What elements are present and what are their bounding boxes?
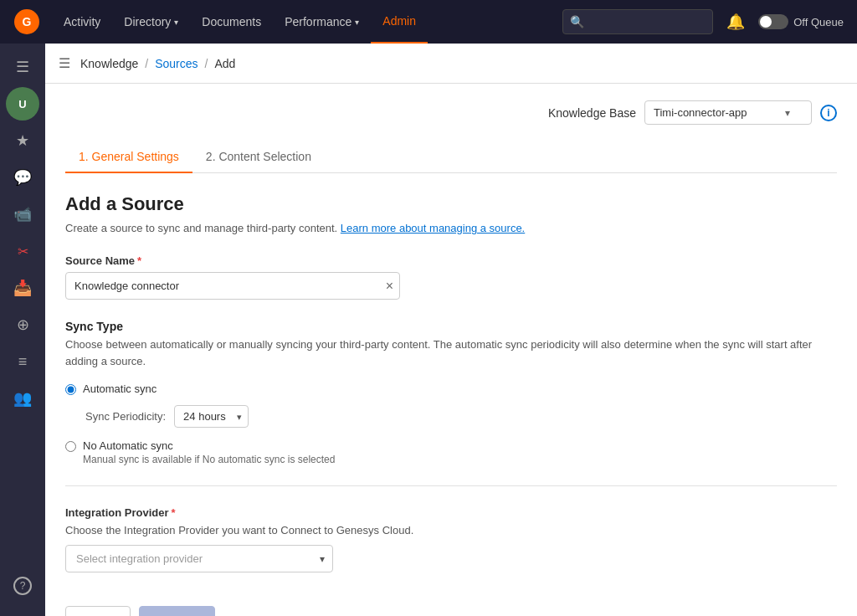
source-name-input-wrapper: × <box>65 272 400 300</box>
knowledge-base-row: Knowledge Base Timi-connector-app ▾ i <box>65 100 837 125</box>
learn-more-link[interactable]: Learn more about managing a source. <box>341 222 525 234</box>
scissors-icon: ✂ <box>18 244 28 259</box>
main-layout: ☰ U ★ 💬 📹 ✂ 📥 ⊕ ≡ 👥 ? <box>0 44 857 616</box>
sidebar-item-favorites[interactable]: ★ <box>6 124 39 157</box>
video-icon: 📹 <box>13 205 32 223</box>
headset-icon: ⊕ <box>17 316 29 334</box>
section-divider <box>65 485 837 486</box>
continue-button[interactable]: Continue <box>139 606 214 616</box>
no-automatic-sync-label: No Automatic sync <box>83 439 335 452</box>
periodicity-label: Sync Periodicity: <box>85 410 166 423</box>
top-navigation: G Activity Directory ▾ Documents Perform… <box>0 0 857 44</box>
sync-type-group: Sync Type Choose between automatically o… <box>65 320 837 465</box>
sidebar-item-menu[interactable]: ☰ <box>6 50 39 84</box>
sidebar-item-chat[interactable]: 💬 <box>6 161 39 194</box>
breadcrumb-sep-1: / <box>145 57 148 70</box>
star-icon: ★ <box>16 131 29 150</box>
sync-type-description: Choose between automatically or manually… <box>65 336 837 369</box>
toggle-switch[interactable] <box>758 14 788 29</box>
content-area: ☰ Knowledge / Sources / Add Knowledge Ba… <box>45 44 857 616</box>
help-icon: ? <box>13 577 32 595</box>
knowledge-base-select[interactable]: Timi-connector-app <box>644 100 812 125</box>
knowledge-base-info-icon[interactable]: i <box>820 105 837 121</box>
sidebar-item-list[interactable]: ≡ <box>6 345 39 378</box>
sidebar-item-avatar[interactable]: U <box>6 87 39 121</box>
global-search-box[interactable]: 🔍 <box>562 9 713 34</box>
sidebar-item-help[interactable]: ? <box>6 569 39 603</box>
automatic-sync-option: Automatic sync <box>65 382 837 395</box>
breadcrumb-menu-icon[interactable]: ☰ <box>59 55 70 71</box>
sync-type-label: Sync Type <box>65 320 837 333</box>
page-content: Knowledge Base Timi-connector-app ▾ i 1.… <box>45 84 857 616</box>
knowledge-base-label: Knowledge Base <box>548 106 636 120</box>
knowledge-base-select-wrapper: Timi-connector-app ▾ <box>644 100 812 125</box>
integration-provider-group: Integration Provider * Choose the Integr… <box>65 506 837 572</box>
source-name-clear-button[interactable]: × <box>386 280 393 293</box>
sidebar-item-people[interactable]: 👥 <box>6 382 39 415</box>
required-star-integration: * <box>172 506 176 519</box>
source-name-group: Source Name * × <box>65 254 837 300</box>
search-icon: 🔍 <box>570 15 584 28</box>
search-input[interactable] <box>589 16 706 28</box>
no-automatic-sync-option: No Automatic sync Manual sync is availab… <box>65 439 837 465</box>
source-name-label: Source Name * <box>65 254 837 267</box>
sidebar-item-support[interactable]: ⊕ <box>6 308 39 341</box>
off-queue-label: Off Queue <box>793 16 844 28</box>
hamburger-icon: ☰ <box>16 58 29 76</box>
automatic-sync-radio-label: Automatic sync <box>83 382 157 395</box>
performance-caret-icon: ▾ <box>355 18 359 27</box>
integration-provider-select-wrapper: Select integration provider ▾ <box>65 545 333 572</box>
breadcrumb-bar: ☰ Knowledge / Sources / Add <box>45 44 857 84</box>
app-logo[interactable]: G <box>13 8 40 35</box>
avatar-initials: U <box>18 98 26 110</box>
periodicity-row: Sync Periodicity: 24 hours 12 hours 6 ho… <box>85 405 837 428</box>
breadcrumb-add: Add <box>214 57 235 70</box>
breadcrumb-sep-2: / <box>205 57 208 70</box>
sidebar-item-inbox[interactable]: 📥 <box>6 271 39 305</box>
nav-activity[interactable]: Activity <box>52 0 112 44</box>
no-automatic-sync-sublabel: Manual sync is available if No automatic… <box>83 454 335 465</box>
tabs-container: 1. General Settings 2. Content Selection <box>65 141 837 173</box>
page-subtitle: Create a source to sync and manage third… <box>65 222 837 234</box>
directory-caret-icon: ▾ <box>174 18 178 27</box>
sidebar-item-tools[interactable]: ✂ <box>6 234 39 268</box>
integration-provider-select[interactable]: Select integration provider <box>65 545 333 572</box>
chat-icon: 💬 <box>13 168 32 187</box>
sidebar-item-video[interactable]: 📹 <box>6 198 39 231</box>
cancel-button[interactable]: Cancel <box>65 606 131 616</box>
periodicity-select[interactable]: 24 hours 12 hours 6 hours 1 hour <box>174 405 249 428</box>
tab-content-selection[interactable]: 2. Content Selection <box>192 141 325 173</box>
integration-provider-description: Choose the Integration Provider you want… <box>65 524 837 536</box>
notifications-icon[interactable]: 🔔 <box>723 9 748 34</box>
automatic-sync-radio[interactable] <box>65 384 76 395</box>
sidebar: ☰ U ★ 💬 📹 ✂ 📥 ⊕ ≡ 👥 ? <box>0 44 45 616</box>
nav-right-controls: 🔍 🔔 Off Queue <box>562 9 844 34</box>
breadcrumb-knowledge: Knowledge <box>80 57 138 70</box>
required-star-source: * <box>137 254 141 267</box>
people-icon: 👥 <box>13 389 32 408</box>
source-name-input[interactable] <box>65 272 400 300</box>
nav-performance[interactable]: Performance ▾ <box>273 0 371 44</box>
svg-text:G: G <box>23 15 32 28</box>
inbox-icon: 📥 <box>13 279 32 297</box>
nav-documents[interactable]: Documents <box>190 0 273 44</box>
page-title: Add a Source <box>65 193 837 215</box>
footer-buttons: Cancel Continue <box>65 593 837 616</box>
list-icon: ≡ <box>18 353 28 371</box>
tab-general-settings[interactable]: 1. General Settings <box>65 141 192 173</box>
no-automatic-sync-radio[interactable] <box>65 441 76 452</box>
nav-admin[interactable]: Admin <box>371 0 428 44</box>
nav-directory[interactable]: Directory ▾ <box>112 0 190 44</box>
breadcrumb-sources[interactable]: Sources <box>155 57 198 70</box>
integration-provider-label: Integration Provider * <box>65 506 837 519</box>
periodicity-select-wrapper: 24 hours 12 hours 6 hours 1 hour ▾ <box>174 405 249 428</box>
off-queue-toggle[interactable]: Off Queue <box>758 14 844 29</box>
